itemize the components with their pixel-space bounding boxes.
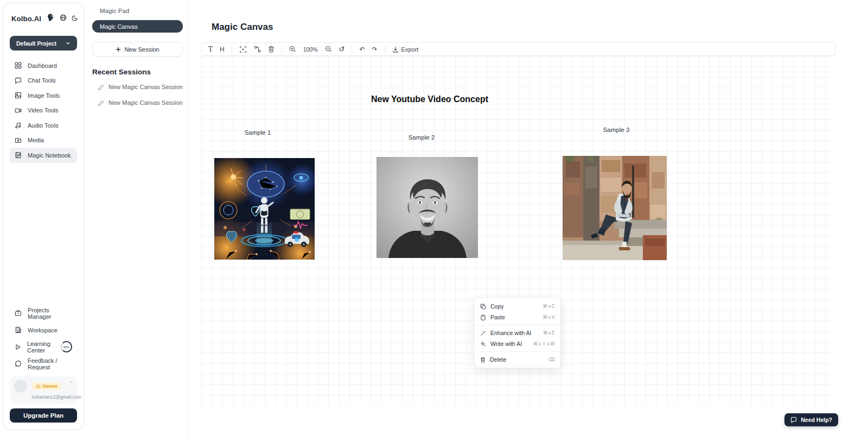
main-nav: Dashboard Chat Tools Image Tools Video T…: [10, 58, 77, 163]
context-menu-delete[interactable]: Delete ⌫: [475, 354, 560, 365]
brain-logo-icon: [46, 13, 55, 24]
owner-badge: Owner: [31, 382, 62, 390]
reset-view-button[interactable]: ↺: [339, 46, 345, 53]
recent-sessions-heading: Recent Sessions: [92, 68, 183, 76]
zoom-in-button[interactable]: [289, 46, 296, 53]
project-selector[interactable]: Default Project: [10, 36, 77, 51]
sidebar-item-label: Media: [28, 137, 44, 143]
sidebar-item-label: Magic Notebook: [28, 152, 71, 159]
bottom-nav: Projects Manager Workspace Learning Cent…: [10, 305, 77, 372]
context-menu-enhance-ai[interactable]: Enhance with AI ⌘+E: [475, 327, 560, 338]
sparkles-icon: [480, 341, 486, 347]
sidebar-item-learning-center[interactable]: Learning Center 66%: [10, 338, 77, 355]
ai-generate-button[interactable]: [239, 46, 247, 53]
session-list-item[interactable]: New Magic Canvas Session: [98, 99, 183, 106]
sidebar-item-label: Chat Tools: [28, 77, 56, 84]
plus-icon: [116, 47, 121, 52]
image-icon: [15, 92, 22, 99]
sidebar-item-feedback[interactable]: Feedback / Request: [10, 355, 77, 372]
zoom-level: 100%: [303, 46, 318, 53]
export-button[interactable]: Export: [392, 46, 419, 53]
sample-1-image[interactable]: ¥: [214, 158, 315, 260]
paste-icon: [480, 314, 486, 320]
sidebar-item-dashboard[interactable]: Dashboard: [10, 58, 77, 73]
sidebar: Kolbo.AI Default Project Dashboard Chat …: [3, 3, 84, 430]
sidebar-item-label: Video Tools: [28, 107, 58, 114]
caret-icon: ⌃: [69, 381, 73, 386]
sidebar-item-label: Image Tools: [28, 92, 60, 99]
upgrade-plan-button[interactable]: Upgrade Plan: [10, 408, 77, 423]
sidebar-item-label: Learning Center: [27, 341, 54, 354]
sidebar-item-label: Feedback / Request: [28, 357, 72, 370]
canvas-toolbar: T H 100% ↺ ↶ ↷ Export: [201, 42, 836, 56]
sidebar-item-label: Dashboard: [28, 62, 57, 69]
page-title: Magic Canvas: [212, 22, 273, 33]
chat-icon: [15, 77, 22, 84]
delete-tool-button[interactable]: [268, 46, 275, 53]
sidebar-item-audio-tools[interactable]: Audio Tools: [10, 118, 77, 133]
play-icon: [15, 344, 21, 350]
sidebar-item-magic-notebook[interactable]: Magic Notebook: [10, 148, 77, 163]
magic-pad-item[interactable]: Magic Pad: [100, 8, 183, 14]
sidebar-item-label: Projects Manager: [28, 307, 72, 320]
sidebar-item-media[interactable]: Media: [10, 133, 77, 148]
sidebar-item-workspace[interactable]: Workspace: [10, 322, 77, 338]
text-tool-button[interactable]: T: [208, 46, 213, 53]
sample-3-label[interactable]: Sample 3: [603, 127, 630, 133]
sample-2-image[interactable]: [376, 157, 478, 258]
menu-divider: [475, 325, 560, 325]
pencil-icon: [98, 100, 104, 106]
globe-icon[interactable]: [60, 14, 67, 23]
redo-button[interactable]: ↷: [372, 46, 378, 53]
session-panel: Magic Pad Magic Canvas New Session Recen…: [84, 0, 188, 441]
moon-icon[interactable]: [72, 14, 78, 23]
avatar: [14, 380, 27, 393]
connector-icon: [254, 46, 261, 53]
main-area: Magic Canvas T H 100% ↺ ↶ ↷ Export: [189, 0, 868, 441]
video-icon: [15, 107, 22, 114]
notebook-icon: [15, 152, 22, 159]
magic-canvas-grid[interactable]: New Youtube Video Concept Sample 1 Sampl…: [201, 56, 836, 405]
logo-row: Kolbo.AI: [10, 13, 77, 24]
crown-icon: [36, 384, 41, 388]
heading-tool-button[interactable]: H: [220, 46, 225, 53]
user-card[interactable]: Owner zoharvan12@gmail.com ⌃: [10, 376, 77, 404]
undo-button[interactable]: ↶: [359, 46, 365, 53]
context-menu: Copy ⌘+C Paste ⌘+V Enhance with AI ⌘+E W…: [474, 298, 561, 368]
sidebar-item-label: Workspace: [28, 327, 58, 333]
dashboard-icon: [15, 62, 22, 69]
sidebar-item-projects-manager[interactable]: Projects Manager: [10, 305, 77, 322]
context-menu-write-ai[interactable]: Write with AI ⌘+⇧+W: [475, 338, 560, 349]
need-help-button[interactable]: Need Help?: [784, 413, 838, 426]
brand-logo: Kolbo.AI: [11, 15, 41, 23]
user-email: zoharvan12@gmail.com: [31, 394, 73, 400]
menu-divider: [475, 351, 560, 352]
building-icon: [15, 326, 22, 333]
chat-bubble-icon: [790, 417, 797, 423]
sidebar-item-image-tools[interactable]: Image Tools: [10, 88, 77, 103]
ai-select-icon: [239, 46, 247, 53]
zoom-in-icon: [289, 46, 296, 53]
sidebar-item-chat-tools[interactable]: Chat Tools: [10, 73, 77, 89]
sample-3-image[interactable]: [563, 156, 667, 260]
context-menu-copy[interactable]: Copy ⌘+C: [475, 301, 560, 312]
pencil-icon: [98, 84, 104, 90]
sample-2-label[interactable]: Sample 2: [409, 134, 435, 141]
session-list-item[interactable]: New Magic Canvas Session: [98, 84, 183, 90]
sidebar-item-label: Audio Tools: [28, 122, 59, 129]
briefcase-icon: [15, 310, 22, 317]
zoom-out-button[interactable]: [325, 46, 332, 53]
context-menu-paste[interactable]: Paste ⌘+V: [475, 312, 560, 323]
trash-icon: [268, 46, 275, 53]
magic-canvas-item[interactable]: Magic Canvas: [92, 20, 183, 33]
media-icon: [15, 137, 22, 144]
learning-progress-badge: 66%: [61, 341, 72, 352]
zoom-out-icon: [325, 46, 332, 53]
sidebar-item-video-tools[interactable]: Video Tools: [10, 103, 77, 118]
connector-tool-button[interactable]: [254, 46, 261, 53]
canvas-heading[interactable]: New Youtube Video Concept: [371, 94, 488, 104]
sample-1-label[interactable]: Sample 1: [245, 129, 271, 136]
download-icon: [392, 46, 399, 53]
new-session-button[interactable]: New Session: [92, 42, 183, 56]
trash-icon: [480, 357, 486, 363]
